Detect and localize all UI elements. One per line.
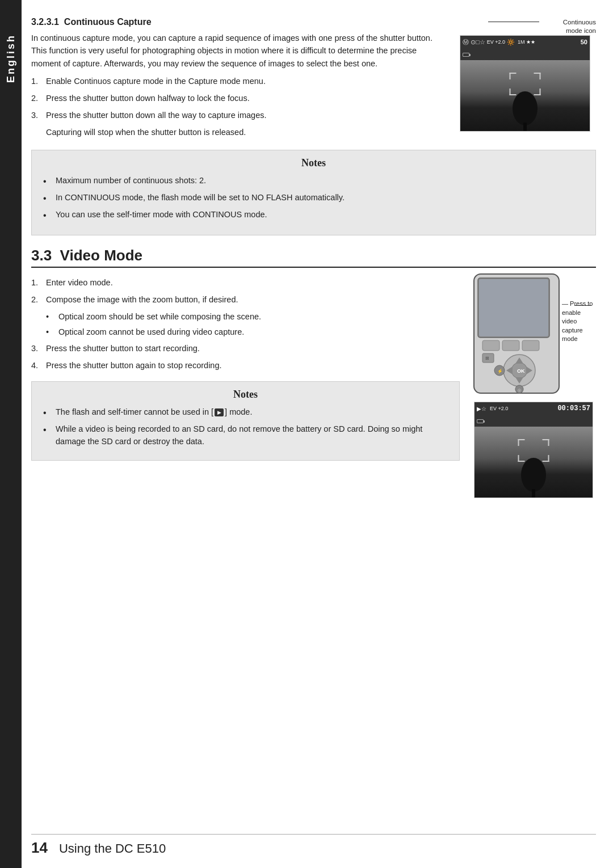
- camera-device-container: — Press toenablevideocapturemode: [471, 271, 596, 396]
- camera-bottom-bar: ▶☆ EV +2.0 00:03:57: [475, 402, 593, 415]
- step-1-num: 1.: [31, 75, 41, 88]
- ev-value: EV +2.0: [487, 39, 505, 45]
- svg-text:◎: ◎: [518, 388, 521, 392]
- page-number: 14: [31, 839, 48, 857]
- video-bullet-1: Optical zoom should be set while composi…: [46, 311, 460, 323]
- mode-m-icon: Ⓜ: [463, 38, 469, 47]
- camera-viewfinder-top: Ⓜ ⊙□☆ EV +2.0 🔆 1M ★★ 50: [460, 35, 590, 132]
- video-cam-icons: ▶☆: [477, 406, 486, 412]
- section-33-heading: 3.3 Video Mode: [31, 247, 596, 268]
- page-footer: 14 Using the DC E510: [31, 834, 596, 857]
- svg-text:⊠: ⊠: [485, 356, 489, 361]
- step-1-text: Enable Continuos capture mode in the Cap…: [46, 75, 448, 88]
- section-3231-number: 3.2.3.1: [31, 17, 59, 27]
- video-steps: 1. Enter video mode. 2. Compose the imag…: [31, 277, 460, 306]
- video-section: 1. Enter video mode. 2. Compose the imag…: [31, 271, 596, 498]
- side-tab-label: English: [5, 34, 17, 83]
- extra-icons: 🔆: [507, 39, 515, 46]
- svg-rect-1: [523, 123, 527, 132]
- section-33-number: 3.3: [31, 247, 52, 264]
- ev-bottom: EV +2.0: [490, 406, 508, 411]
- label-line: [488, 22, 539, 22]
- capture-note: Capturing will stop when the shutter but…: [46, 127, 448, 139]
- notes-box-2: Notes The flash and self-timer cannot be…: [31, 381, 460, 461]
- resolution: 1M ★★: [518, 39, 535, 45]
- steps-list-1: 1. Enable Continuos capture mode in the …: [31, 75, 448, 121]
- notes-list-1: Maximum number of continuous shots: 2. I…: [43, 175, 584, 222]
- video-steps-cont: 3. Press the shutter button to start rec…: [31, 343, 460, 372]
- svg-rect-22: [532, 489, 535, 498]
- svg-rect-5: [482, 340, 499, 351]
- note-2-item-2: While a video is being recorded to an SD…: [43, 423, 448, 448]
- video-bullet-2: Optical zoom cannot be used during video…: [46, 326, 460, 339]
- step-3: 3. Press the shutter button down all the…: [31, 109, 448, 122]
- step-1: 1. Enable Continuos capture mode in the …: [31, 75, 448, 88]
- mode-icons: ⊙□☆: [471, 39, 485, 46]
- focus-brackets-top: [510, 73, 541, 95]
- camera-device-svg: ⊠ OK ⚡ ◎: [471, 271, 568, 396]
- continuous-label: Continuous mode icon: [563, 18, 596, 35]
- camera-scene-bottom: [475, 427, 593, 498]
- svg-text:OK: OK: [517, 368, 525, 374]
- main-content: 3.2.3.1 Continuous Capture In continuous…: [31, 0, 596, 532]
- press-to-arrow: [574, 305, 591, 306]
- video-right: — Press toenablevideocapturemode: [471, 271, 596, 498]
- svg-rect-6: [502, 340, 519, 351]
- section-3231-intro: In continuous capture mode, you can capt…: [31, 32, 448, 70]
- svg-text:⚡: ⚡: [497, 368, 503, 374]
- step-2-text: Press the shutter button down halfway to…: [46, 92, 448, 105]
- note-1-item-3: You can use the self-timer mode with CON…: [43, 209, 584, 222]
- section-3231-left: 3.2.3.1 Continuous Capture In continuous…: [31, 17, 448, 138]
- camera-viewfinder-bottom: ▶☆ EV +2.0 00:03:57: [474, 402, 593, 498]
- video-step-4: 4. Press the shutter button again to sto…: [31, 360, 460, 372]
- footer-title: Using the DC E510: [59, 841, 166, 856]
- svg-point-21: [521, 458, 546, 492]
- step-3-text: Press the shutter button down all the wa…: [46, 109, 448, 122]
- timer-display: 00:03:57: [557, 404, 590, 412]
- camera-top-bar: Ⓜ ⊙□☆ EV +2.0 🔆 1M ★★ 50: [460, 36, 590, 48]
- svg-rect-4: [479, 279, 548, 336]
- note-1-item-1: Maximum number of continuous shots: 2.: [43, 175, 584, 188]
- video-left: 1. Enter video mode. 2. Compose the imag…: [31, 271, 460, 498]
- video-step-3: 3. Press the shutter button to start rec…: [31, 343, 460, 355]
- video-icon: ▶: [215, 408, 224, 416]
- section-3231-right: Continuous mode icon Ⓜ ⊙□☆ EV +2.0 🔆 1M …: [460, 17, 596, 138]
- section-3231-title: Continuous Capture: [64, 17, 152, 27]
- notes-title-2: Notes: [43, 389, 448, 401]
- notes-title-1: Notes: [43, 157, 584, 169]
- notes-box-1: Notes Maximum number of continuous shots…: [31, 150, 596, 235]
- battery-icon-bottom: [477, 419, 484, 423]
- battery-icon: [463, 53, 469, 57]
- section-3231: 3.2.3.1 Continuous Capture In continuous…: [31, 17, 596, 138]
- step-3-num: 3.: [31, 109, 41, 122]
- note-2-item-1: The flash and self-timer cannot be used …: [43, 406, 448, 420]
- press-to-label: — Press toenablevideocapturemode: [562, 300, 602, 343]
- section-33-title: Video Mode: [60, 247, 142, 264]
- note-1-item-2: In CONTINUOUS mode, the flash mode will …: [43, 192, 584, 205]
- camera-scene-top: [460, 60, 590, 132]
- svg-point-0: [513, 91, 538, 125]
- side-tab: English: [0, 0, 22, 868]
- video-step-1: 1. Enter video mode.: [31, 277, 460, 289]
- focus-brackets-bottom: [518, 439, 549, 462]
- shot-count: 50: [581, 39, 587, 45]
- video-step-2: 2. Compose the image with the zoom butto…: [31, 294, 460, 306]
- step-2-num: 2.: [31, 92, 41, 105]
- svg-rect-7: [522, 340, 539, 351]
- section-3231-heading: 3.2.3.1 Continuous Capture: [31, 17, 448, 27]
- notes-list-2: The flash and self-timer cannot be used …: [43, 406, 448, 448]
- step-2: 2. Press the shutter button down halfway…: [31, 92, 448, 105]
